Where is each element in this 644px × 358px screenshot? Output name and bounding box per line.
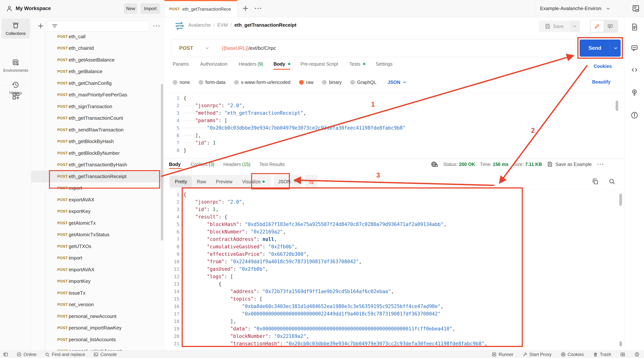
- add-request-icon[interactable]: [37, 22, 44, 30]
- save-button[interactable]: Save: [539, 20, 569, 32]
- response-tab-item[interactable]: Cookies(3): [191, 160, 214, 169]
- environment-selector[interactable]: Example-Avalanche-Environme: [540, 5, 602, 11]
- response-view-tab[interactable]: Visualize: [237, 176, 270, 187]
- sidebar-item-environments[interactable]: Environments: [2, 58, 30, 73]
- online-status[interactable]: Online: [16, 352, 36, 357]
- request-tab-item[interactable]: Settings: [376, 61, 394, 70]
- response-tab-item[interactable]: Headers(15): [223, 160, 250, 169]
- tab-more-icon[interactable]: [254, 6, 262, 10]
- sidebar-request-item[interactable]: POST eth_getChainConfig: [31, 77, 164, 89]
- trash-button[interactable]: Trash: [593, 352, 611, 357]
- body-mode-radio[interactable]: x-www-form-urlencoded: [234, 80, 290, 85]
- wrap-lines-icon[interactable]: [305, 175, 318, 188]
- body-mode-radio[interactable]: binary: [322, 80, 342, 85]
- start-proxy-button[interactable]: Start Proxy: [522, 352, 552, 357]
- split-panel-icon[interactable]: [620, 352, 625, 357]
- sidebar-request-item[interactable]: POST exportAVAX: [31, 194, 164, 206]
- sidebar-request-item[interactable]: POST personal_newAccount: [31, 311, 164, 322]
- network-icon[interactable]: [430, 160, 438, 168]
- user-icon[interactable]: [6, 5, 13, 12]
- sidebar-request-item[interactable]: POST import: [31, 252, 164, 264]
- beautify-link[interactable]: Beautify: [592, 79, 610, 85]
- request-body-editor[interactable]: 1{2····"jsonrpc": "2.0",3····"method": "…: [164, 93, 624, 158]
- edit-pencil-button[interactable]: [590, 20, 604, 32]
- filter-input[interactable]: [47, 21, 149, 31]
- sidebar-toggle-icon[interactable]: [3, 352, 8, 357]
- request-editor-scrollbar[interactable]: [616, 101, 618, 111]
- response-view-tab[interactable]: Raw: [192, 176, 211, 187]
- import-button[interactable]: Import: [140, 3, 160, 14]
- sidebar-item-collections[interactable]: Collections: [2, 18, 30, 39]
- configure-blocks-icon[interactable]: [12, 92, 20, 100]
- response-body-editor[interactable]: 1{2 "jsonrpc": "2.0",3 "id": 1,4 "result…: [164, 190, 624, 351]
- lightbulb-icon[interactable]: [630, 88, 638, 96]
- request-tab-item[interactable]: Headers(9): [239, 61, 263, 70]
- copy-icon[interactable]: [591, 178, 599, 185]
- sidebar-request-item[interactable]: POST personal_unlockAccount: [31, 346, 164, 351]
- find-and-replace[interactable]: Find and replace: [44, 352, 85, 357]
- comments-icon[interactable]: [630, 44, 638, 52]
- sidebar-request-item[interactable]: POST importAVAX: [31, 264, 164, 276]
- sidebar-scrollbar[interactable]: [161, 84, 163, 240]
- comment-button[interactable]: [604, 20, 617, 32]
- breadcrumb-collection[interactable]: Avalanche: [188, 22, 211, 28]
- sidebar-request-item[interactable]: POST eth_sendRawTransaction: [31, 124, 164, 136]
- sidebar-request-item[interactable]: POST eth_getTransactionReceipt: [31, 171, 164, 182]
- new-tab-button[interactable]: [242, 4, 250, 12]
- sidebar-request-item[interactable]: POST issueTx: [31, 287, 164, 299]
- response-editor-scrollbar-end[interactable]: [619, 341, 622, 347]
- sidebar-request-item[interactable]: POST importKey: [31, 276, 164, 287]
- response-language-select[interactable]: JSON: [274, 175, 302, 188]
- sidebar-request-item[interactable]: POST personal_listAccounts: [31, 334, 164, 346]
- sidebar-request-item[interactable]: POST eth_call: [31, 31, 164, 42]
- documentation-icon[interactable]: [630, 23, 638, 31]
- runner-button[interactable]: Runner: [492, 352, 513, 357]
- response-view-tab[interactable]: Preview: [211, 176, 237, 187]
- response-more-icon[interactable]: [596, 163, 604, 166]
- body-mode-radio[interactable]: GraphQL: [350, 80, 376, 85]
- sidebar-request-item[interactable]: POST eth_maxPriorityFeePerGas: [31, 89, 164, 101]
- sidebar-more-icon[interactable]: [152, 24, 160, 28]
- cookies-button[interactable]: Cookies: [560, 352, 584, 357]
- sidebar-request-item[interactable]: POST getAtomicTxStatus: [31, 229, 164, 241]
- info-icon[interactable]: [630, 111, 638, 119]
- sidebar-request-item[interactable]: POST getUTXOs: [31, 240, 164, 252]
- sidebar-request-item[interactable]: POST eth_getTransactionCount: [31, 112, 164, 124]
- sidebar-request-item[interactable]: POST eth_getBlockByNumber: [31, 147, 164, 159]
- sidebar-request-item[interactable]: POST eth_getAssetBalance: [31, 54, 164, 66]
- request-tab-item[interactable]: Tests: [350, 61, 365, 70]
- send-button[interactable]: Send: [580, 39, 621, 57]
- sidebar-request-item[interactable]: POST eth_signTransaction: [31, 101, 164, 112]
- request-tab-item[interactable]: Body: [274, 61, 290, 70]
- sidebar-request-item[interactable]: POST personal_importRawKey: [31, 322, 164, 334]
- request-tab[interactable]: POST eth_getTransactionRece: [164, 0, 238, 17]
- sidebar-request-item[interactable]: POST exportKey: [31, 206, 164, 217]
- code-snippet-icon[interactable]: [630, 66, 638, 74]
- new-button[interactable]: New: [124, 3, 138, 14]
- cookies-link[interactable]: Cookies: [594, 64, 612, 69]
- body-mode-radio[interactable]: raw: [299, 80, 314, 85]
- url-input[interactable]: {{baseURL}}/ext/bc/C/rpc: [222, 45, 276, 51]
- sidebar-request-item[interactable]: POST eth_getBalance: [31, 66, 164, 78]
- sidebar-request-item[interactable]: POST eth_chainId: [31, 42, 164, 54]
- response-tab-item[interactable]: Test Results: [259, 160, 286, 169]
- request-tab-item[interactable]: Params: [173, 61, 190, 70]
- body-mode-radio[interactable]: form-data: [198, 80, 226, 85]
- sidebar-request-item[interactable]: POST net_version: [31, 299, 164, 311]
- environment-quick-look-icon[interactable]: [632, 4, 640, 13]
- save-as-example-button[interactable]: Save as Example: [547, 161, 592, 168]
- sidebar-request-item[interactable]: POST eth_getTransactionByHash: [31, 159, 164, 171]
- request-tab-item[interactable]: Pre-request Script: [300, 61, 339, 70]
- sidebar-request-item[interactable]: POST getAtomicTx: [31, 217, 164, 229]
- sidebar-request-item[interactable]: POST eth_getBlockByHash: [31, 136, 164, 148]
- response-editor-scrollbar[interactable]: [619, 193, 622, 206]
- save-options-chevron[interactable]: [570, 20, 580, 32]
- response-tab-item[interactable]: Body: [169, 160, 182, 169]
- workspace-title[interactable]: My Workspace: [16, 0, 51, 17]
- chevron-down-icon[interactable]: [605, 6, 611, 11]
- help-icon[interactable]: [634, 352, 640, 357]
- request-tab-item[interactable]: Authorization: [200, 61, 228, 70]
- console-button[interactable]: Console: [93, 352, 117, 357]
- send-options-chevron[interactable]: [610, 45, 621, 51]
- method-select[interactable]: POST: [171, 42, 217, 54]
